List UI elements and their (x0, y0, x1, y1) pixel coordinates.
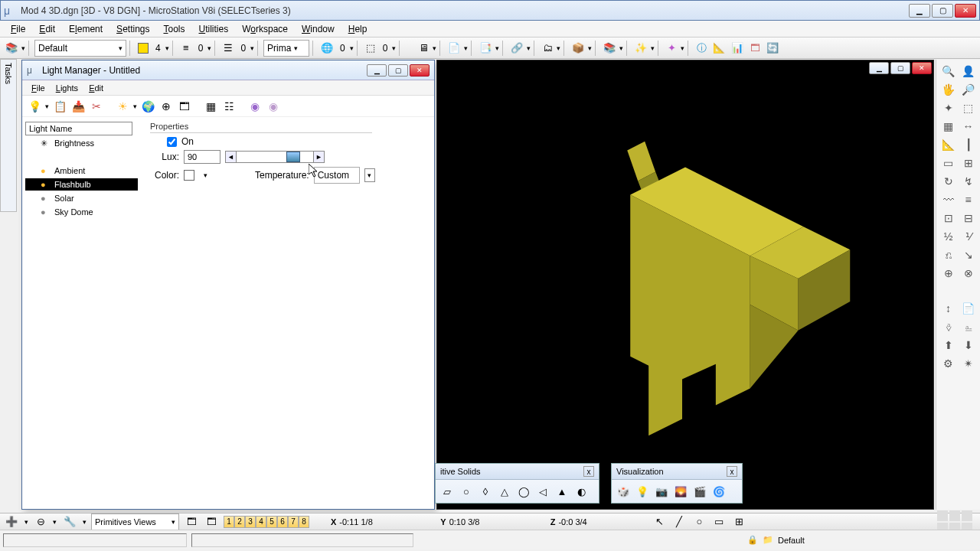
linestyle-icon[interactable]: ≡ (178, 40, 194, 57)
minimize-button[interactable]: ▁ (909, 4, 930, 18)
menu-element[interactable]: Element (63, 22, 109, 36)
color-swatch[interactable] (136, 40, 151, 57)
rt-13[interactable]: ↻ (939, 173, 958, 190)
view-close-button[interactable]: ✕ (912, 62, 932, 74)
temperature-dropdown[interactable]: Custom (314, 167, 360, 184)
menu-settings[interactable]: Settings (110, 22, 155, 36)
view-btn-3[interactable]: 3 (245, 516, 256, 528)
window-icon[interactable]: 🗔 (177, 99, 192, 114)
rt-1[interactable]: 🔍 (939, 63, 958, 80)
view-btn-8[interactable]: 8 (299, 516, 309, 528)
rt-26[interactable]: 📄 (959, 300, 978, 317)
slider-right-arrow[interactable]: ► (313, 152, 324, 162)
color-swatch[interactable] (184, 170, 194, 181)
snap-rect-icon[interactable]: ▭ (711, 514, 727, 530)
tool-e[interactable]: 🗂 (540, 40, 555, 57)
list-icon[interactable]: ☷ (221, 99, 237, 114)
rt-5[interactable]: ✦ (939, 99, 958, 116)
view-btn-7[interactable]: 7 (288, 516, 299, 528)
tool-d[interactable]: 🔗 (508, 40, 525, 57)
lm-maximize-button[interactable]: ▢ (388, 64, 408, 77)
menu-file[interactable]: File (5, 22, 31, 36)
lm-menu-edit[interactable]: Edit (84, 83, 108, 93)
render1-icon[interactable]: ◉ (247, 99, 263, 114)
tool-j[interactable]: 📐 (710, 40, 727, 57)
lm-minimize-button[interactable]: ▁ (367, 64, 387, 77)
level-dropdown[interactable]: Default ▾ (34, 40, 126, 57)
solid-wedge-icon[interactable]: ◁ (534, 483, 551, 500)
view-btn-1[interactable]: 1 (224, 516, 234, 528)
tasks-panel[interactable]: Tasks (0, 59, 17, 212)
tool-g[interactable]: 📚 (601, 40, 618, 57)
menu-edit[interactable]: Edit (33, 22, 61, 36)
rt-12[interactable]: ⊞ (959, 155, 978, 171)
rt-29[interactable]: ⬆ (939, 337, 958, 354)
tool-b[interactable]: 📄 (446, 40, 462, 57)
view-btn-2[interactable]: 2 (234, 516, 245, 528)
layers-icon[interactable]: 📚 (3, 40, 20, 57)
rt-4[interactable]: 🔎 (959, 81, 978, 98)
bb-plus-icon[interactable]: ➕ (3, 514, 20, 530)
rt-11[interactable]: ▭ (939, 155, 958, 171)
viz-1-icon[interactable]: 🎲 (615, 483, 632, 500)
folder-icon[interactable]: 📁 (763, 535, 773, 545)
lm-menu-lights[interactable]: Lights (51, 83, 83, 93)
target-icon[interactable]: ⊕ (158, 99, 174, 114)
light-item-ambient[interactable]: ● Ambient (25, 165, 138, 177)
rt-7[interactable]: ▦ (939, 118, 958, 135)
solid-cone-icon[interactable]: △ (496, 483, 513, 500)
primitive-solids-toolbox[interactable]: itive Solids x ▱ ○ ◊ △ ◯ ◁ ▲ ◐ (435, 463, 599, 504)
rt-21[interactable]: ⎌ (939, 246, 958, 263)
lm-menu-file[interactable]: File (27, 83, 50, 93)
rt-6[interactable]: ⬚ (959, 99, 978, 116)
rt-3[interactable]: 🖐 (939, 81, 958, 98)
light-item-skydome[interactable]: ● Sky Dome (25, 206, 138, 218)
color-caret[interactable]: ▾ (204, 171, 207, 179)
prima-dropdown[interactable]: Prima▾ (263, 40, 309, 57)
rt-10[interactable]: ┃ (959, 136, 978, 153)
lineweight-icon[interactable]: ☰ (220, 40, 236, 57)
3d-viewport[interactable]: ▁ ▢ ✕ (436, 60, 934, 510)
copy-light-icon[interactable]: 📋 (52, 99, 67, 114)
view-btn-4[interactable]: 4 (256, 516, 266, 528)
snap-line-icon[interactable]: ╱ (671, 514, 687, 530)
rt-23[interactable]: ⊕ (939, 265, 958, 282)
rt-27[interactable]: ⎀ (939, 318, 958, 335)
rt-16[interactable]: ≡ (959, 191, 978, 208)
render2-icon[interactable]: ◉ (266, 99, 281, 114)
delete-light-icon[interactable]: ✂ (89, 99, 104, 114)
bb-minus-icon[interactable]: ⊖ (33, 514, 48, 530)
rt-32[interactable]: ✴ (959, 355, 978, 372)
lock-icon[interactable]: 🔒 (747, 535, 758, 545)
rt-20[interactable]: ⅟ (959, 228, 978, 245)
snap-cursor-icon[interactable]: ↖ (652, 514, 667, 530)
priority-icon[interactable]: ⬚ (363, 40, 378, 57)
maximize-button[interactable]: ▢ (932, 4, 953, 18)
rt-9[interactable]: 📐 (939, 136, 958, 153)
bb-win1-icon[interactable]: 🗔 (184, 514, 199, 530)
rt-8[interactable]: ↔ (959, 118, 978, 135)
viz-2-icon[interactable]: 💡 (634, 483, 651, 500)
info-icon[interactable]: ⓘ (694, 40, 709, 57)
slider-thumb[interactable] (286, 152, 300, 162)
new-light-icon[interactable]: 💡 (27, 99, 42, 114)
bb-tool-icon[interactable]: 🔧 (61, 514, 78, 530)
rt-2[interactable]: 👤 (959, 63, 978, 80)
tool-h[interactable]: ✨ (632, 40, 649, 57)
rt-14[interactable]: ↯ (959, 173, 978, 190)
menu-tools[interactable]: Tools (157, 22, 191, 36)
on-checkbox[interactable] (167, 137, 177, 147)
view-minimize-button[interactable]: ▁ (869, 62, 889, 74)
rt-19[interactable]: ½ (939, 228, 958, 245)
light-item-flashbulb[interactable]: ● Flashbulb (25, 178, 138, 191)
rt-30[interactable]: ⬇ (959, 337, 978, 354)
solid-extra-icon[interactable]: ◐ (573, 483, 590, 500)
solid-cylinder-icon[interactable]: ◊ (477, 483, 494, 500)
paste-light-icon[interactable]: 📥 (70, 99, 86, 114)
bb-win2-icon[interactable]: 🗔 (204, 514, 219, 530)
solids-close-icon[interactable]: x (583, 466, 594, 477)
view-group-dropdown[interactable]: Primitives Views▾ (91, 514, 179, 530)
rt-22[interactable]: ↘ (959, 246, 978, 263)
rt-25[interactable]: ↕ (939, 300, 958, 317)
tool-i[interactable]: ✦ (664, 40, 679, 57)
